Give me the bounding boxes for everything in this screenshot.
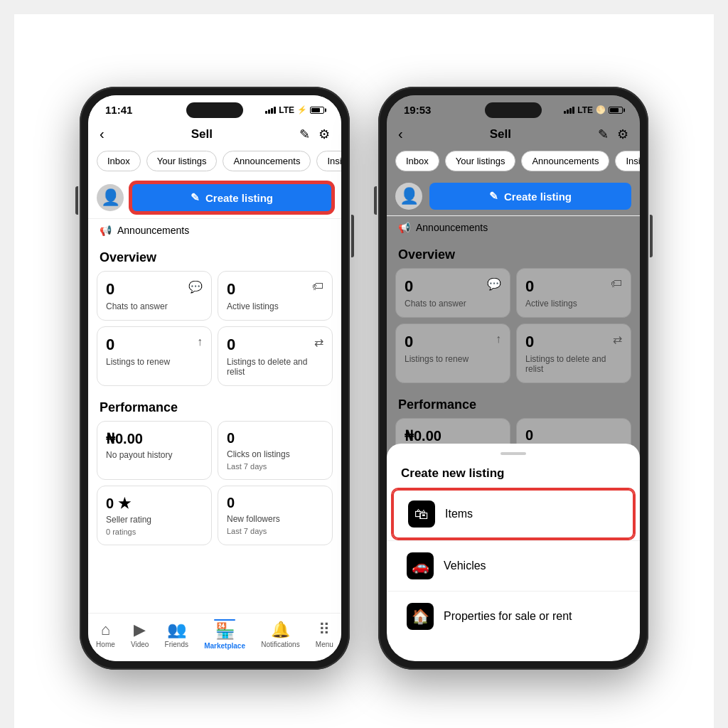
notifications-label-1: Notifications	[261, 641, 299, 648]
sheet-item-items[interactable]: 🛍 Items	[392, 489, 634, 539]
perf-rating-1: 0 ★ Seller rating 0 ratings	[97, 486, 212, 545]
main-section-1: Overview 0 Chats to answer 💬 0 Active li…	[88, 242, 341, 613]
chat-icon-2: 💬	[487, 277, 501, 291]
settings-icon-2[interactable]: ⚙	[617, 127, 628, 142]
phone-1-screen: 11:41 LTE ⚡ ‹ Sell ✎ ⚙	[88, 95, 341, 661]
nav-title-1: Sell	[191, 127, 213, 141]
friends-icon-1: 👥	[167, 621, 186, 639]
items-icon: 🛍	[408, 500, 435, 528]
edit-icon-2[interactable]: ✎	[598, 127, 609, 142]
avatar-1: 👤	[97, 184, 124, 211]
perf-clicks-sublabel-1: Last 7 days	[227, 462, 323, 471]
create-listing-button-1[interactable]: ✎ Create listing	[131, 183, 333, 213]
tab-announcements-1[interactable]: Announcements	[223, 151, 311, 171]
stat-card-renew-1: 0 Listings to renew ↑	[97, 326, 212, 386]
perf-followers-number-1: 0	[227, 495, 323, 511]
stat-delete-label-1: Listings to delete and relist	[227, 357, 323, 377]
back-button-2[interactable]: ‹	[398, 126, 403, 142]
nav-video-1[interactable]: ▶ Video	[131, 621, 149, 648]
perf-clicks-number-1: 0	[227, 430, 323, 446]
sheet-item-vehicles[interactable]: 🚗 Vehicles	[392, 542, 634, 589]
stat-card-chats-1: 0 Chats to answer 💬	[97, 271, 212, 321]
stat-renew-label-2: Listings to renew	[405, 354, 501, 364]
stat-renew-label-1: Listings to renew	[106, 357, 203, 367]
page-wrapper: 11:41 LTE ⚡ ‹ Sell ✎ ⚙	[14, 14, 714, 728]
create-listing-button-2[interactable]: ✎ Create listing	[429, 183, 631, 210]
tab-inbox-1[interactable]: Inbox	[97, 151, 141, 171]
signal-bars-2	[564, 107, 574, 114]
renew-icon-2: ↑	[496, 333, 501, 346]
perf-rating-number-1: 0 ★	[106, 495, 203, 512]
marketplace-icon-1: 🏪	[215, 622, 235, 641]
battery-1	[310, 107, 324, 114]
video-icon-1: ▶	[134, 621, 146, 639]
tag-icon-2: 🏷	[611, 277, 622, 290]
video-label-1: Video	[131, 641, 149, 648]
nav-title-2: Sell	[490, 127, 511, 141]
stat-active-label-2: Active listings	[525, 299, 622, 309]
tabs-row-1: Inbox Your listings Announcements Insigh…	[88, 145, 341, 177]
back-button-1[interactable]: ‹	[100, 126, 105, 142]
friends-label-1: Friends	[165, 641, 188, 648]
performance-title-1: Performance	[88, 392, 341, 421]
items-label: Items	[445, 508, 473, 520]
phone-2-screen: 19:53 LTE 🌕 ‹ Sell ✎ ⚙	[387, 95, 640, 661]
stat-delete-number-2: 0	[525, 333, 622, 351]
announcements-label-1: Announcements	[117, 225, 189, 236]
nav-home-1[interactable]: ⌂ Home	[96, 621, 115, 648]
settings-icon-1[interactable]: ⚙	[318, 127, 330, 142]
status-icons-1: LTE ⚡	[265, 105, 324, 115]
sheet-item-properties[interactable]: 🏠 Properties for sale or rent	[392, 593, 634, 640]
nav-actions-2: ✎ ⚙	[598, 127, 628, 142]
create-listing-label-1: Create listing	[205, 192, 273, 204]
avatar-icon-1: 👤	[101, 188, 120, 207]
stat-card-active-1: 0 Active listings 🏷	[218, 271, 333, 321]
tab-your-listings-2[interactable]: Your listings	[445, 151, 516, 171]
nav-actions-1: ✎ ⚙	[299, 127, 330, 142]
announcements-row-2[interactable]: 📢 Announcements	[387, 215, 640, 239]
divider-2	[387, 591, 640, 592]
tag-icon-1: 🏷	[312, 280, 323, 293]
relist-icon-1: ⇄	[314, 336, 323, 349]
tab-insights-1[interactable]: Insights	[316, 151, 341, 171]
tab-your-listings-1[interactable]: Your listings	[146, 151, 218, 171]
active-underline-1	[214, 619, 235, 621]
tabs-row-2: Inbox Your listings Announcements Insigh…	[387, 145, 640, 177]
nav-notifications-1[interactable]: 🔔 Notifications	[261, 621, 299, 648]
tab-announcements-2[interactable]: Announcements	[521, 151, 609, 171]
stat-card-active-2: 0 Active listings 🏷	[516, 268, 631, 318]
overview-grid-2: 0 Chats to answer 💬 0 Active listings 🏷 …	[387, 268, 640, 389]
create-listing-icon-1: ✎	[191, 191, 200, 204]
notifications-icon-1: 🔔	[271, 621, 290, 639]
lte-1: LTE	[279, 105, 294, 115]
stat-card-delete-1: 0 Listings to delete and relist ⇄	[218, 326, 333, 386]
battery-2	[609, 107, 623, 114]
chat-icon-1: 💬	[188, 280, 203, 294]
perf-payout-number-1: ₦0.00	[106, 430, 203, 447]
lightning-1: ⚡	[297, 105, 307, 114]
dynamic-island-2	[485, 102, 542, 118]
home-icon-1: ⌂	[101, 621, 110, 639]
signal-bars-1	[265, 107, 276, 114]
tab-insights-2[interactable]: Insights	[615, 151, 640, 171]
stat-card-chats-2: 0 Chats to answer 💬	[395, 268, 510, 318]
avatar-2: 👤	[395, 183, 422, 210]
overview-title-1: Overview	[88, 242, 341, 271]
stat-chats-label-2: Chats to answer	[405, 299, 501, 309]
stat-card-renew-2: 0 Listings to renew ↑	[395, 323, 510, 383]
overview-title-2: Overview	[387, 239, 640, 268]
vehicles-label: Vehicles	[444, 560, 486, 572]
nav-menu-1[interactable]: ⠿ Menu	[316, 621, 333, 648]
performance-grid-1: ₦0.00 No payout history 0 Clicks on list…	[88, 421, 341, 551]
nav-friends-1[interactable]: 👥 Friends	[165, 621, 188, 648]
tab-inbox-2[interactable]: Inbox	[395, 151, 439, 171]
perf-followers-sublabel-1: Last 7 days	[227, 527, 323, 535]
nav-marketplace-1[interactable]: 🏪 Marketplace	[204, 619, 245, 650]
avatar-icon-2: 👤	[400, 187, 419, 205]
stat-active-number-1: 0	[227, 280, 323, 299]
announcements-row-1[interactable]: 📢 Announcements	[88, 218, 341, 242]
perf-payout-label-1: No payout history	[106, 450, 203, 460]
stat-active-number-2: 0	[525, 277, 622, 296]
edit-icon-1[interactable]: ✎	[299, 127, 310, 142]
dynamic-island-1	[186, 102, 243, 118]
